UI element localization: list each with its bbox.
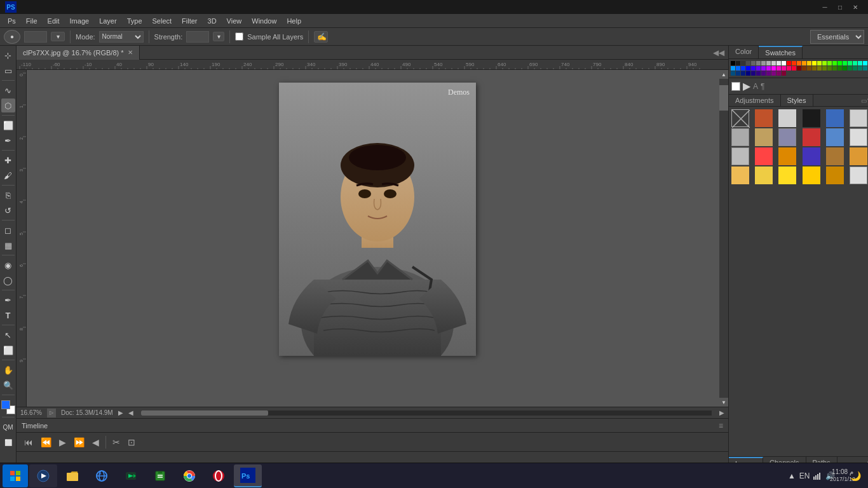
vertical-scrollbar[interactable]: ▲ ▼ xyxy=(719,70,728,407)
style-swatch-6[interactable] xyxy=(731,128,749,146)
color-selector[interactable] xyxy=(1,400,15,414)
swatch-51[interactable] xyxy=(848,66,852,71)
swatch-32[interactable] xyxy=(751,66,756,71)
brush-tool[interactable]: 🖌 xyxy=(1,168,15,182)
style-swatch-12[interactable] xyxy=(731,147,749,165)
swatch-26[interactable] xyxy=(863,61,867,65)
menu-item-filter[interactable]: Filter xyxy=(177,16,202,26)
style-swatch-5[interactable] xyxy=(850,109,867,127)
swatch-37[interactable] xyxy=(776,66,781,71)
marquee-tool[interactable]: ▭ xyxy=(1,64,15,78)
menu-item-help[interactable]: Help xyxy=(281,16,306,26)
swatch-9[interactable] xyxy=(776,61,781,65)
healing-brush-tool[interactable]: ✚ xyxy=(1,153,15,167)
zoom-tool[interactable]: 🔍 xyxy=(1,378,15,392)
swatch-42[interactable] xyxy=(802,66,806,71)
style-swatch-20[interactable] xyxy=(778,166,796,184)
swatch-57[interactable] xyxy=(736,71,740,76)
strength-input[interactable]: 50% xyxy=(186,31,209,43)
swatch-62[interactable] xyxy=(761,71,766,76)
swatch-38[interactable] xyxy=(782,66,786,71)
swatch-1[interactable] xyxy=(736,61,740,65)
workspace-select[interactable]: Essentials xyxy=(810,30,864,44)
menu-item-window[interactable]: Window xyxy=(247,16,281,26)
swatch-54[interactable] xyxy=(863,66,867,71)
menu-item-ps[interactable]: Ps xyxy=(3,16,21,26)
scroll-right-button[interactable]: ▶ xyxy=(719,409,724,416)
menu-item-select[interactable]: Select xyxy=(147,16,177,26)
brush-options-button[interactable]: ▾ xyxy=(51,32,65,41)
quick-selection-tool[interactable]: ⬡ xyxy=(1,98,15,112)
tl-play[interactable]: ▶ xyxy=(57,436,69,449)
timeline-menu-button[interactable]: ≡ xyxy=(719,421,723,430)
swatch-49[interactable] xyxy=(837,66,842,71)
foreground-color[interactable] xyxy=(1,400,10,409)
swatch-4[interactable] xyxy=(751,61,756,65)
style-swatch-3[interactable] xyxy=(803,109,820,127)
sample-all-layers-checkbox[interactable] xyxy=(235,32,243,41)
swatch-53[interactable] xyxy=(858,66,862,71)
swatch-64[interactable] xyxy=(771,71,776,76)
style-swatch-16[interactable] xyxy=(826,147,844,165)
swatch-59[interactable] xyxy=(746,71,750,76)
style-swatch-17[interactable] xyxy=(850,147,867,165)
swatch-7[interactable] xyxy=(766,61,771,65)
swatch-66[interactable] xyxy=(782,71,786,76)
menu-item-edit[interactable]: Edit xyxy=(43,16,65,26)
taskbar-media-player[interactable] xyxy=(29,464,57,487)
swatch-8[interactable] xyxy=(771,61,776,65)
swatch-39[interactable] xyxy=(787,66,791,71)
strength-dropdown[interactable]: ▾ xyxy=(213,32,224,41)
style-swatch-0[interactable] xyxy=(731,109,749,127)
taskbar-opera[interactable] xyxy=(205,464,233,487)
blur-tool[interactable]: ◉ xyxy=(1,258,15,272)
eraser-tool[interactable]: ◻ xyxy=(1,223,15,237)
swatch-46[interactable] xyxy=(822,66,827,71)
style-swatch-2[interactable] xyxy=(778,109,796,127)
document-tab[interactable]: clPs7XX.jpg @ 16.7% (RGB/8) * ✕ xyxy=(17,46,140,60)
menu-item-file[interactable]: File xyxy=(21,16,43,26)
eyedropper-tool[interactable]: ✒ xyxy=(1,133,15,147)
dodge-tool[interactable]: ◯ xyxy=(1,273,15,287)
style-swatch-11[interactable] xyxy=(850,128,867,146)
smudge-finger-button[interactable]: ✍ xyxy=(314,31,328,43)
style-swatch-9[interactable] xyxy=(803,128,820,146)
move-tool[interactable]: ⊹ xyxy=(1,48,15,62)
swatch-60[interactable] xyxy=(751,71,756,76)
style-swatch-7[interactable] xyxy=(755,128,773,146)
quick-mask-tool[interactable]: QM xyxy=(1,420,15,434)
menu-item-image[interactable]: Image xyxy=(65,16,95,26)
swatch-30[interactable] xyxy=(741,66,745,71)
shape-tool[interactable]: ⬜ xyxy=(1,343,15,357)
gradient-tool[interactable]: ▦ xyxy=(1,238,15,252)
swatch-36[interactable] xyxy=(771,66,776,71)
swatch-31[interactable] xyxy=(746,66,750,71)
swatch-17[interactable] xyxy=(817,61,822,65)
tab-close-button[interactable]: ✕ xyxy=(128,49,133,56)
swatch-24[interactable] xyxy=(853,61,857,65)
style-swatch-8[interactable] xyxy=(778,128,796,146)
vscroll-track[interactable] xyxy=(719,79,728,398)
brush-size-input[interactable]: 145 xyxy=(24,31,47,43)
swatch-56[interactable] xyxy=(731,71,735,76)
swatch-45[interactable] xyxy=(817,66,822,71)
canvas-scroll-area[interactable]: ▲ ▼ xyxy=(27,70,728,407)
pen-tool[interactable]: ✒ xyxy=(1,293,15,307)
swatch-20[interactable] xyxy=(832,61,837,65)
vscroll-thumb[interactable] xyxy=(719,85,728,111)
tab-styles[interactable]: Styles xyxy=(781,95,813,106)
swatch-65[interactable] xyxy=(776,71,781,76)
swatch-50[interactable] xyxy=(843,66,847,71)
tray-show-hidden[interactable]: ▲ xyxy=(787,471,797,481)
swatch-43[interactable] xyxy=(807,66,811,71)
tray-lang[interactable]: EN xyxy=(799,471,810,481)
style-swatch-13[interactable] xyxy=(755,147,773,165)
swatch-22[interactable] xyxy=(843,61,847,65)
swatch-25[interactable] xyxy=(858,61,862,65)
tl-prev-clip[interactable]: ◀ xyxy=(90,436,102,449)
style-swatch-14[interactable] xyxy=(778,147,796,165)
style-swatch-23[interactable] xyxy=(850,166,867,184)
style-swatch-15[interactable] xyxy=(803,147,820,165)
adj-panel-reduce-button[interactable]: ▭ xyxy=(861,95,867,106)
tray-weather[interactable]: 🌙 xyxy=(850,471,860,481)
